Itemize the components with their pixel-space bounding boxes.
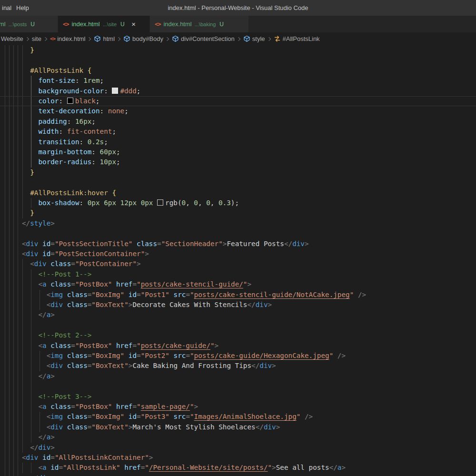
code-token: ; (96, 97, 100, 105)
code-line[interactable]: color: black; (0, 96, 476, 106)
code-token: < (38, 403, 42, 410)
code-token: <!--Post 1--> (38, 270, 91, 278)
code-token: padding (38, 118, 67, 125)
code-line[interactable]: } (0, 45, 476, 55)
code-token: a (47, 372, 51, 380)
code-line[interactable]: </a> (0, 371, 476, 381)
code-line[interactable]: #AllPostsLink { (0, 66, 476, 76)
editor-tab-posts[interactable]: <>index.html...\postsU× (0, 16, 58, 32)
code-token: > (194, 403, 198, 410)
code-line[interactable]: </a> (0, 310, 476, 320)
breadcrumb-item-html[interactable]: html (93, 35, 116, 42)
code-line[interactable]: width: fit-content; (0, 127, 476, 137)
code-line[interactable]: <!--Post 1--> (0, 269, 476, 279)
code-token: > (50, 219, 55, 227)
code-token: src (174, 413, 186, 420)
code-token: box-shadow (38, 199, 79, 207)
code-token: ; (116, 158, 120, 166)
code-token: 16px (75, 118, 91, 125)
code-line[interactable]: box-shadow: 0px 6px 12px 0px rgb(0, 0, 0… (0, 198, 476, 208)
code-token: ; (100, 77, 104, 84)
code-token: </ (251, 362, 259, 369)
code-token: "PostContainer" (75, 260, 137, 268)
close-icon[interactable]: × (129, 20, 138, 29)
code-line[interactable]: <div id="PostSectionContainer"> (0, 249, 476, 259)
code-line[interactable]: <img class="BoxImg" id="Post1" src="post… (0, 290, 476, 300)
code-line[interactable]: border-radius: 10px; (0, 157, 476, 167)
code-line[interactable]: </a> (0, 432, 476, 442)
code-line[interactable]: <div class="PostContainer"> (0, 259, 476, 269)
code-line[interactable] (0, 178, 476, 188)
code-line[interactable]: #AllPostsLink:hover { (0, 188, 476, 198)
code-line[interactable]: </style> (0, 218, 476, 228)
breadcrumb-item-site[interactable]: site (31, 35, 42, 42)
code-line[interactable]: <div id="AllPostsLinkContainer"> (0, 453, 476, 463)
code-token: > (50, 433, 55, 441)
code-line[interactable]: font-size: 1rem; (0, 76, 476, 86)
editor-tab-site[interactable]: <>index.html...\siteU× (58, 16, 150, 32)
code-token: > (137, 260, 141, 268)
code-line[interactable] (0, 228, 476, 238)
code-line[interactable]: <div class="BoxText">Decorate Cakes With… (0, 300, 476, 310)
code-token: < (22, 250, 26, 258)
code-line[interactable] (0, 320, 476, 330)
code-line[interactable]: <a class="PostBox" href="posts/cake-guid… (0, 341, 476, 351)
code-line[interactable]: <a class="PostBox" href="posts/cake-sten… (0, 279, 476, 289)
code-token: </ (38, 433, 46, 441)
code-token: class (67, 301, 88, 308)
code-line[interactable]: </div> (0, 443, 476, 453)
code-token: class (67, 413, 88, 420)
breadcrumb-item-style[interactable]: style (242, 35, 266, 42)
code-token (63, 362, 67, 369)
code-line[interactable] (0, 55, 476, 65)
code-line[interactable]: transition: 0.2s; (0, 137, 476, 147)
code-token: div (292, 240, 305, 248)
code-token: " (329, 352, 334, 359)
menu-item-help[interactable]: Help (14, 0, 31, 16)
color-swatch-icon[interactable] (112, 88, 118, 94)
code-line[interactable]: <img class="BoxImg" id="Post2" src="post… (0, 351, 476, 361)
code-line[interactable]: <!--Post 3--> (0, 392, 476, 402)
code-token: < (47, 352, 51, 359)
code-token: black (75, 97, 96, 105)
menu-item-terminal-partial[interactable]: inal (0, 0, 13, 16)
color-swatch-icon[interactable] (157, 199, 163, 206)
code-token: </ (30, 444, 38, 451)
code-line[interactable]: } (0, 208, 476, 218)
code-token: > (272, 362, 276, 369)
code-line[interactable]: text-decoration: none; (0, 106, 476, 116)
code-token: < (38, 342, 42, 349)
code-line[interactable]: <img class="BoxImg" id="Post3" src="Imag… (0, 412, 476, 422)
breadcrumb-item-indexhtml[interactable]: <>index.html (49, 35, 87, 42)
code-token: > (276, 423, 280, 431)
breadcrumb-item-allpostslink[interactable]: #AllPostsLink (273, 35, 321, 42)
editor-tab-baking[interactable]: <>index.html...\bakingU× (150, 16, 249, 32)
breadcrumb-item-bodybody[interactable]: body#Body (122, 35, 164, 42)
code-token: 1rem (83, 77, 99, 84)
code-line[interactable]: margin-bottom: 60px; (0, 147, 476, 157)
code-line[interactable]: <div id="PostsSectionTitle" class="Secti… (0, 239, 476, 249)
code-line[interactable]: <div class="BoxText">March's Most Stylis… (0, 422, 476, 432)
code-line[interactable]: background-color: #ddd; (0, 86, 476, 96)
breadcrumb-item-website[interactable]: Website (0, 35, 24, 42)
code-line[interactable]: } (0, 168, 476, 178)
code-token (112, 403, 116, 410)
breadcrumb-label: Website (1, 35, 23, 42)
code-token: posts/cake-guide/ (141, 342, 210, 349)
code-line[interactable] (0, 381, 476, 391)
code-token: margin-bottom (38, 148, 91, 156)
code-token: = (59, 464, 63, 471)
code-line[interactable]: <a class="PostBox" href="sample-page/"> (0, 402, 476, 412)
code-token: id (42, 454, 50, 461)
code-token: = (157, 240, 161, 248)
code-line[interactable]: </div> (0, 473, 476, 476)
code-token: color (38, 97, 59, 105)
breadcrumb-item-divcontentsection[interactable]: div#ContentSection (171, 35, 236, 42)
editor-code[interactable]: }#AllPostsLink {font-size: 1rem;backgrou… (0, 45, 476, 476)
code-line[interactable]: <a id="AllPostsLink" href="/Personal-Web… (0, 463, 476, 473)
code-token: id (50, 464, 59, 471)
color-swatch-icon[interactable] (67, 98, 73, 104)
code-line[interactable]: <div class="BoxText">Cake Baking And Fro… (0, 361, 476, 371)
code-line[interactable]: <!--Post 2--> (0, 330, 476, 340)
code-line[interactable]: padding: 16px; (0, 117, 476, 127)
